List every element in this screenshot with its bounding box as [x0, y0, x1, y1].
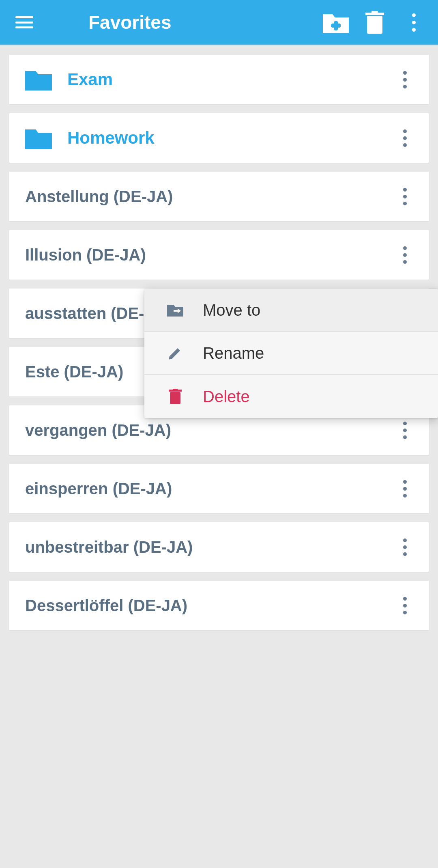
page-title: Favorites [88, 11, 172, 33]
more-vert-icon [403, 480, 407, 498]
folder-item[interactable]: Homework [9, 113, 429, 163]
more-vert-icon [403, 597, 407, 614]
more-vert-icon [403, 246, 407, 264]
more-vert-icon [403, 71, 407, 88]
menu-button[interactable] [12, 10, 36, 34]
folder-plus-icon [323, 12, 349, 33]
item-label: vergangen (DE-JA) [25, 421, 171, 439]
item-menu-button[interactable] [396, 418, 414, 442]
pencil-icon [166, 344, 184, 362]
app-bar: Favorites [0, 0, 438, 46]
item-menu-button[interactable] [396, 476, 414, 501]
more-vert-icon [403, 129, 407, 147]
delete-button[interactable] [358, 5, 392, 39]
move-to-icon [166, 301, 184, 319]
menu-move-to[interactable]: Move to [144, 289, 438, 332]
menu-rename[interactable]: Rename [144, 332, 438, 375]
hamburger-icon [15, 16, 33, 28]
item-menu-button[interactable] [396, 535, 414, 559]
list-item[interactable]: unbestreitbar (DE-JA) [9, 522, 429, 572]
menu-label: Move to [203, 301, 260, 319]
menu-delete[interactable]: Delete [144, 375, 438, 418]
item-menu-button[interactable] [396, 184, 414, 209]
svg-rect-4 [367, 16, 382, 34]
trash-icon [365, 11, 384, 34]
item-menu-button[interactable] [396, 67, 414, 92]
trash-icon [166, 388, 184, 405]
item-menu-button[interactable] [396, 126, 414, 150]
list-item[interactable]: Anstellung (DE-JA) [9, 172, 429, 221]
folder-label: Homework [67, 128, 155, 148]
menu-label: Rename [203, 344, 264, 362]
more-vert-icon [403, 188, 407, 205]
overflow-button[interactable] [397, 5, 431, 39]
svg-rect-7 [170, 392, 180, 404]
svg-rect-3 [331, 24, 341, 27]
item-label: unbestreitbar (DE-JA) [25, 538, 193, 556]
list-item[interactable]: einsperren (DE-JA) [9, 464, 429, 513]
more-vert-icon [403, 538, 407, 556]
more-vert-icon [412, 13, 416, 32]
more-vert-icon [403, 422, 407, 439]
folder-label: Exam [67, 70, 113, 89]
item-label: Este (DE-JA) [25, 363, 123, 381]
item-menu-button[interactable] [396, 243, 414, 267]
svg-rect-9 [173, 389, 178, 390]
svg-rect-6 [371, 11, 378, 13]
context-menu: Move to Rename Delete [144, 289, 438, 418]
menu-label: Delete [203, 388, 250, 406]
item-label: einsperren (DE-JA) [25, 480, 172, 498]
new-folder-button[interactable] [319, 5, 353, 39]
item-menu-button[interactable] [396, 593, 414, 618]
item-label: Dessertlöffel (DE-JA) [25, 597, 187, 615]
folder-icon [25, 69, 52, 90]
folder-item[interactable]: Exam [9, 55, 429, 104]
list-item[interactable]: Dessertlöffel (DE-JA) [9, 581, 429, 630]
list-item[interactable]: Illusion (DE-JA) [9, 230, 429, 280]
folder-icon [25, 127, 52, 149]
item-label: Anstellung (DE-JA) [25, 187, 173, 206]
item-label: Illusion (DE-JA) [25, 246, 146, 264]
